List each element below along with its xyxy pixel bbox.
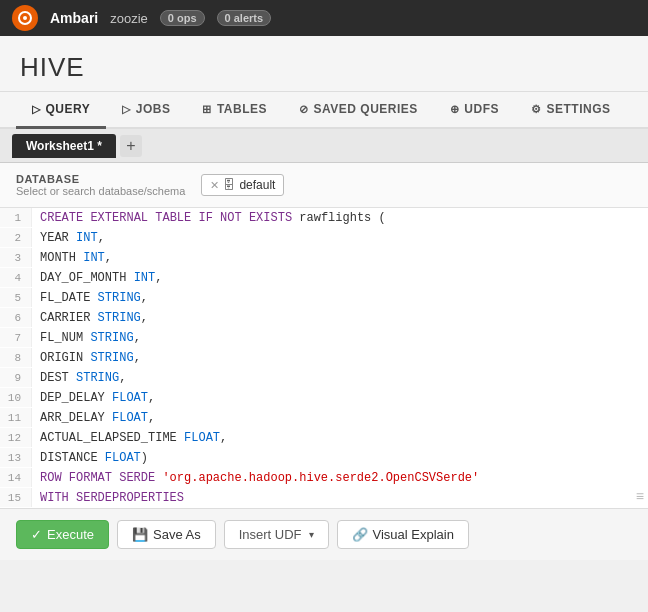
code-line: 8 ORIGIN STRING, — [0, 348, 648, 368]
line-content: ACTUAL_ELAPSED_TIME FLOAT, — [32, 428, 648, 448]
line-number: 12 — [0, 428, 32, 447]
code-line: 10 DEP_DELAY FLOAT, — [0, 388, 648, 408]
add-worksheet-button[interactable]: + — [120, 135, 142, 157]
code-line: 6 CARRIER STRING, — [0, 308, 648, 328]
tab-query-label: QUERY — [46, 102, 91, 116]
udfs-icon: ⊕ — [450, 103, 460, 116]
line-content: MONTH INT, — [32, 248, 648, 268]
line-number: 7 — [0, 328, 32, 347]
execute-button[interactable]: ✓ Execute — [16, 520, 109, 549]
line-content: ROW FORMAT SERDE 'org.apache.hadoop.hive… — [32, 468, 648, 488]
tables-icon: ⊞ — [202, 103, 212, 116]
insert-udf-caret-icon: ▾ — [309, 529, 314, 540]
code-line: 1CREATE EXTERNAL TABLE IF NOT EXISTS raw… — [0, 208, 648, 228]
line-content: DEP_DELAY FLOAT, — [32, 388, 648, 408]
bottom-toolbar: ✓ Execute 💾 Save As Insert UDF ▾ 🔗 Visua… — [0, 508, 648, 560]
code-line: 15WITH SERDEPROPERTIES — [0, 488, 648, 508]
code-line: 11 ARR_DELAY FLOAT, — [0, 408, 648, 428]
line-content: FL_DATE STRING, — [32, 288, 648, 308]
insert-udf-label: Insert UDF — [239, 527, 302, 542]
topbar: Ambari zoozie 0 ops 0 alerts — [0, 0, 648, 36]
code-line: 9 DEST STRING, — [0, 368, 648, 388]
database-icon: 🗄 — [223, 178, 235, 192]
code-line: 7 FL_NUM STRING, — [0, 328, 648, 348]
line-number: 9 — [0, 368, 32, 387]
save-icon: 💾 — [132, 527, 148, 542]
database-selected: default — [239, 178, 275, 192]
tab-saved-queries-label: SAVED QUERIES — [314, 102, 418, 116]
scrollbar-hint: ≡ — [636, 488, 644, 504]
database-section: DATABASE Select or search database/schem… — [0, 163, 648, 208]
line-number: 5 — [0, 288, 32, 307]
tab-tables[interactable]: ⊞ TABLES — [186, 92, 283, 129]
page-title: HIVE — [20, 52, 628, 83]
alerts-badge[interactable]: 0 alerts — [217, 10, 272, 26]
worksheet-tab[interactable]: Worksheet1 * — [12, 134, 116, 158]
worksheet-bar: Worksheet1 * + — [0, 129, 648, 163]
line-number: 13 — [0, 448, 32, 467]
line-content: ARR_DELAY FLOAT, — [32, 408, 648, 428]
line-number: 10 — [0, 388, 32, 407]
line-number: 11 — [0, 408, 32, 427]
line-content: DEST STRING, — [32, 368, 648, 388]
line-content: CARRIER STRING, — [32, 308, 648, 328]
tab-tables-label: TABLES — [217, 102, 267, 116]
line-content: CREATE EXTERNAL TABLE IF NOT EXISTS rawf… — [32, 208, 648, 228]
saved-queries-icon: ⊘ — [299, 103, 309, 116]
tab-jobs-label: JOBS — [136, 102, 171, 116]
line-number: 2 — [0, 228, 32, 247]
line-content: DAY_OF_MONTH INT, — [32, 268, 648, 288]
save-as-label: Save As — [153, 527, 201, 542]
visual-explain-icon: 🔗 — [352, 527, 368, 542]
database-selector[interactable]: ✕ 🗄 default — [201, 174, 284, 196]
tab-query[interactable]: ▷ QUERY — [16, 92, 106, 129]
query-icon: ▷ — [32, 103, 41, 116]
code-line: 3 MONTH INT, — [0, 248, 648, 268]
page-header: HIVE — [0, 36, 648, 92]
line-number: 8 — [0, 348, 32, 367]
line-number: 4 — [0, 268, 32, 287]
line-number: 1 — [0, 208, 32, 227]
execute-label: Execute — [47, 527, 94, 542]
tab-saved-queries[interactable]: ⊘ SAVED QUERIES — [283, 92, 434, 129]
visual-explain-label: Visual Explain — [373, 527, 454, 542]
line-number: 6 — [0, 308, 32, 327]
database-info: DATABASE Select or search database/schem… — [16, 173, 185, 197]
database-label: DATABASE — [16, 173, 185, 185]
code-editor[interactable]: 1CREATE EXTERNAL TABLE IF NOT EXISTS raw… — [0, 208, 648, 508]
database-clear-icon[interactable]: ✕ — [210, 179, 219, 192]
database-subtitle: Select or search database/schema — [16, 185, 185, 197]
line-content: WITH SERDEPROPERTIES — [32, 488, 648, 508]
tab-jobs[interactable]: ▷ JOBS — [106, 92, 186, 129]
svg-point-1 — [23, 16, 27, 20]
code-line: 4 DAY_OF_MONTH INT, — [0, 268, 648, 288]
app-name: Ambari — [50, 10, 98, 26]
username: zoozie — [110, 11, 148, 26]
save-as-button[interactable]: 💾 Save As — [117, 520, 216, 549]
settings-icon: ⚙ — [531, 103, 542, 116]
line-number: 14 — [0, 468, 32, 487]
code-editor-wrapper: 1CREATE EXTERNAL TABLE IF NOT EXISTS raw… — [0, 208, 648, 508]
visual-explain-button[interactable]: 🔗 Visual Explain — [337, 520, 469, 549]
tab-udfs-label: UDFs — [464, 102, 499, 116]
code-line: 13 DISTANCE FLOAT) — [0, 448, 648, 468]
code-line: 5 FL_DATE STRING, — [0, 288, 648, 308]
code-line: 2 YEAR INT, — [0, 228, 648, 248]
line-content: FL_NUM STRING, — [32, 328, 648, 348]
line-number: 3 — [0, 248, 32, 267]
tab-settings[interactable]: ⚙ SETTINGS — [515, 92, 627, 129]
line-number: 15 — [0, 488, 32, 507]
nav-tabs: ▷ QUERY ▷ JOBS ⊞ TABLES ⊘ SAVED QUERIES … — [0, 92, 648, 129]
line-content: ORIGIN STRING, — [32, 348, 648, 368]
app-logo — [12, 5, 38, 31]
main-content: DATABASE Select or search database/schem… — [0, 163, 648, 508]
insert-udf-button[interactable]: Insert UDF ▾ — [224, 520, 329, 549]
jobs-icon: ▷ — [122, 103, 131, 116]
tab-settings-label: SETTINGS — [547, 102, 611, 116]
tab-udfs[interactable]: ⊕ UDFs — [434, 92, 515, 129]
code-line: 12 ACTUAL_ELAPSED_TIME FLOAT, — [0, 428, 648, 448]
line-content: DISTANCE FLOAT) — [32, 448, 648, 468]
execute-checkmark-icon: ✓ — [31, 527, 42, 542]
code-line: 14ROW FORMAT SERDE 'org.apache.hadoop.hi… — [0, 468, 648, 488]
ops-badge[interactable]: 0 ops — [160, 10, 205, 26]
